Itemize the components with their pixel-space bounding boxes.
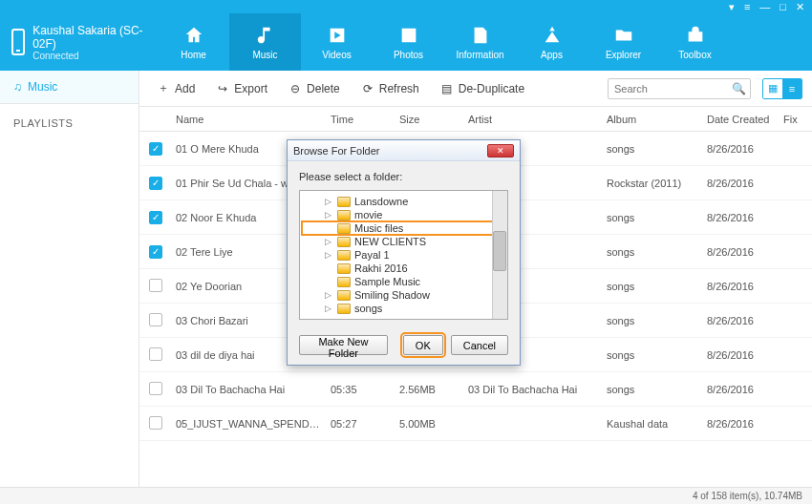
folder-tree-item[interactable]: Rakhi 2016	[302, 262, 505, 275]
tree-expand-icon[interactable]: ▷	[325, 237, 333, 246]
delete-button[interactable]: ⊖Delete	[281, 78, 348, 99]
row-checkbox[interactable]: ✓	[149, 211, 162, 224]
tab-music[interactable]: Music	[229, 13, 301, 71]
refresh-icon: ⟳	[361, 82, 374, 95]
phone-icon	[11, 29, 25, 55]
table-row[interactable]: 03 Dil To Bachacha Hai05:352.56MB03 Dil …	[139, 372, 812, 407]
cell-album: songs	[607, 246, 707, 258]
folder-tree: ▷Lansdowne▷movieMusic files▷NEW CLIENTS▷…	[299, 190, 508, 320]
dialog-message: Please select a folder:	[299, 171, 508, 182]
tab-toolbox[interactable]: Toolbox	[659, 13, 731, 71]
cell-album: songs	[607, 143, 707, 155]
folder-tree-item[interactable]: ▷songs	[302, 302, 505, 315]
folder-label: Payal 1	[354, 249, 390, 261]
list-view-button[interactable]: ≡	[782, 79, 801, 98]
folder-label: NEW CLIENTS	[354, 236, 426, 247]
tree-expand-icon[interactable]: ▷	[325, 210, 333, 220]
col-album[interactable]: Album	[607, 114, 707, 125]
col-fix[interactable]: Fix	[783, 114, 812, 125]
status-bar: 4 of 158 item(s), 10.74MB	[0, 487, 812, 504]
export-button[interactable]: ↪Export	[208, 78, 275, 99]
cell-album: songs	[607, 349, 707, 361]
tab-apps[interactable]: Apps	[516, 13, 588, 71]
tab-home[interactable]: Home	[158, 13, 229, 71]
tab-label: Toolbox	[678, 50, 711, 60]
folder-tree-item[interactable]: Music files	[302, 221, 505, 235]
dedup-button[interactable]: ▤De-Duplicate	[433, 78, 532, 99]
col-date[interactable]: Date Created	[707, 114, 783, 125]
dialog-close-button[interactable]: ✕	[487, 144, 514, 158]
tree-expand-icon[interactable]: ▷	[325, 304, 333, 313]
music-note-icon: ♫	[13, 80, 22, 94]
user-icon[interactable]: ▾	[729, 1, 735, 13]
col-name[interactable]: Name	[176, 114, 331, 125]
tab-videos[interactable]: Videos	[301, 13, 373, 71]
tab-explorer[interactable]: Explorer	[588, 13, 659, 71]
folder-tree-item[interactable]: ▷Smiling Shadow	[302, 288, 505, 302]
cell-album: songs	[607, 315, 707, 326]
add-button[interactable]: ＋Add	[149, 78, 203, 99]
sidebar-item-music[interactable]: ♫ Music	[0, 71, 139, 104]
home-icon	[183, 25, 204, 46]
folder-tree-item[interactable]: Sample Music	[302, 275, 505, 288]
toolbar: ＋Add ↪Export ⊖Delete ⟳Refresh ▤De-Duplic…	[139, 71, 812, 107]
row-checkbox[interactable]: ✓	[149, 245, 162, 259]
col-artist[interactable]: Artist	[468, 114, 607, 125]
tab-information[interactable]: Information	[444, 13, 516, 71]
close-icon[interactable]: ✕	[796, 1, 804, 13]
ok-button[interactable]: OK	[403, 335, 443, 355]
row-checkbox[interactable]: ✓	[149, 177, 162, 190]
folder-icon	[337, 290, 351, 301]
row-checkbox[interactable]	[149, 313, 162, 326]
folder-label: Sample Music	[354, 276, 420, 287]
refresh-button[interactable]: ⟳Refresh	[353, 78, 427, 99]
tree-scroll-thumb[interactable]	[493, 231, 506, 271]
menu-icon[interactable]: ≡	[744, 1, 750, 12]
col-size[interactable]: Size	[399, 114, 468, 125]
row-checkbox[interactable]	[149, 416, 162, 430]
folder-tree-item[interactable]: ▷NEW CLIENTS	[302, 235, 505, 248]
maximize-icon[interactable]: □	[780, 1, 786, 12]
cell-album: songs	[607, 212, 707, 223]
tree-expand-icon[interactable]: ▷	[325, 290, 333, 300]
grid-view-button[interactable]: ▦	[763, 79, 782, 98]
apps-icon	[542, 25, 563, 46]
folder-icon	[337, 223, 351, 234]
toolbox-icon	[685, 25, 706, 46]
folder-icon	[337, 263, 351, 274]
minimize-icon[interactable]: —	[759, 1, 770, 12]
view-toggle: ▦ ≡	[762, 78, 802, 99]
device-panel[interactable]: Kaushal Sakaria (SC-02F) Connected	[0, 24, 158, 61]
folder-icon	[337, 304, 351, 314]
cancel-button[interactable]: Cancel	[451, 335, 508, 355]
row-checkbox[interactable]	[149, 382, 162, 395]
row-checkbox[interactable]: ✓	[149, 142, 162, 156]
tab-label: Explorer	[606, 50, 641, 60]
cell-size: 2.56MB	[399, 384, 468, 395]
browse-folder-dialog: Browse For Folder ✕ Please select a fold…	[287, 139, 521, 366]
cell-date: 8/26/2016	[707, 315, 783, 326]
make-new-folder-button[interactable]: Make New Folder	[299, 335, 388, 355]
row-checkbox[interactable]	[149, 347, 162, 361]
row-checkbox[interactable]	[149, 279, 162, 292]
search-icon: 🔍	[732, 82, 746, 95]
nav-tabs: HomeMusicVideosPhotosInformationAppsExpl…	[158, 13, 731, 71]
tab-label: Music	[252, 50, 277, 60]
col-time[interactable]: Time	[331, 114, 399, 125]
table-row[interactable]: 05_IJUST_WANNA_SPEND_MY_LIF05:275.00MBKa…	[139, 407, 812, 441]
tab-photos[interactable]: Photos	[373, 13, 444, 71]
tree-expand-icon[interactable]: ▷	[325, 250, 333, 260]
search-wrap: 🔍	[608, 78, 751, 99]
folder-tree-item[interactable]: ▷movie	[302, 208, 505, 221]
folder-tree-item[interactable]: ▷Payal 1	[302, 248, 505, 262]
cell-date: 8/26/2016	[707, 246, 783, 258]
folder-label: Music files	[354, 222, 403, 234]
tab-label: Information	[456, 50, 503, 60]
folder-tree-item[interactable]: ▷Lansdowne	[302, 195, 505, 208]
cell-name: 03 Dil To Bachacha Hai	[176, 384, 331, 395]
search-input[interactable]	[608, 78, 751, 99]
sidebar: ♫ Music PLAYLISTS	[0, 71, 139, 487]
tree-expand-icon[interactable]: ▷	[325, 197, 333, 206]
cell-artist: 03 Dil To Bachacha Hai	[468, 384, 607, 395]
dialog-titlebar[interactable]: Browse For Folder ✕	[288, 140, 520, 161]
